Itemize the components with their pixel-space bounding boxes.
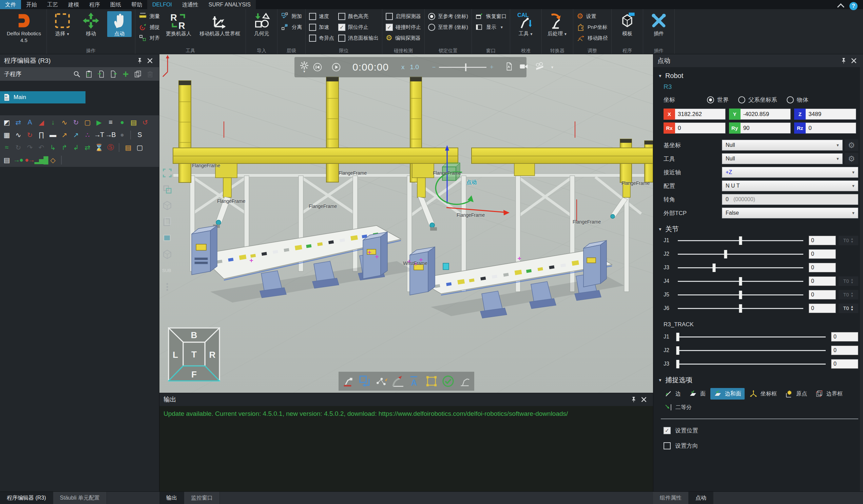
speed-plus-icon[interactable]: + [490,64,493,71]
branch-down-icon[interactable]: ↳ [47,142,58,153]
menu-item-4[interactable]: 程序 [84,0,105,9]
joint-slider-J5[interactable] [678,294,803,295]
wait-icon[interactable]: ⌛ [93,142,104,153]
detach-button[interactable]: 分离 [281,22,302,32]
move-button[interactable]: 移动 [79,11,103,37]
snap-option-3[interactable]: 坐标框 [746,388,780,400]
subprogram-item-main[interactable]: M Main [0,91,86,103]
speed-track[interactable] [439,67,486,68]
multi-point-icon[interactable]: ∴ [82,129,93,141]
pose-input-Rx[interactable]: 0 [675,123,726,134]
right-tab-0[interactable]: 组件属性 [653,492,689,504]
accel-checkbox[interactable]: 加速 [309,22,334,32]
set-checkbox-1[interactable]: 设置方向 [664,442,863,450]
search-subprogram-icon[interactable] [72,69,82,79]
curve-tool-icon[interactable] [391,375,405,388]
coord-mode-2[interactable]: 物体 [787,96,809,104]
path-points-icon[interactable]: ∿ [58,117,70,128]
paste-program-icon[interactable]: ▤ [122,142,134,153]
step-back-icon[interactable]: ↶ [35,142,47,153]
pose-input-Rz[interactable]: 0 [806,123,856,134]
menu-item-8[interactable]: 连通性 [177,0,203,9]
pose-input-X[interactable]: 3182.262 [675,109,726,120]
server-icon[interactable]: ≡ [104,117,116,128]
slider-handle[interactable] [676,333,679,341]
menu-item-0[interactable]: 文件 [0,0,21,9]
joint-slider-J4[interactable] [678,281,803,282]
move-robot-world-frame-button[interactable]: 移动机器人世界框 [198,11,242,37]
slider-handle[interactable] [739,236,742,245]
collapse-ribbon-icon[interactable] [837,3,845,11]
statistics-icon[interactable]: ▂▅█ [35,154,47,166]
cycle-icon[interactable]: ↺ [139,117,151,128]
set-checkbox-0[interactable]: ✓设置位置 [664,427,863,434]
measure-button[interactable]: 测量 [139,11,160,21]
slider-handle[interactable] [739,304,742,313]
joints-section-header[interactable]: ▼ 关节 [658,225,863,234]
pose-input-Z[interactable]: 3489 [806,109,856,120]
select-配置[interactable]: N U T▼ [722,180,858,191]
singularity-checkbox[interactable]: 奇异点 [309,33,334,43]
record-video-icon[interactable] [520,62,531,72]
bounds-icon[interactable]: ▢ [82,117,93,128]
left-tab-1[interactable]: Stäubli 单元配置 [53,492,107,504]
labels-icon[interactable]: A [408,375,422,388]
jog-button[interactable]: 点动 [107,11,132,37]
pin-icon[interactable] [629,394,639,405]
joint-slider-J6[interactable] [678,308,803,309]
track-joint-slider-J3[interactable] [678,364,826,365]
joint-value-J4[interactable]: 0 [809,276,836,286]
joint-turn-button-J1[interactable]: T0▲▼ [839,236,858,245]
joint-value-J6[interactable]: 0 [809,304,836,313]
delfoi-logo-button[interactable]: Delfoi Robotics4.5 [5,11,43,44]
refresh-icon[interactable]: ↻ [12,142,24,153]
assembly-icon[interactable] [162,249,172,260]
pages-icon[interactable] [162,217,172,227]
export-subprogram-icon[interactable] [108,69,118,79]
step-over-icon[interactable]: ↷ [24,142,35,153]
edit-detector-button[interactable]: ⚙编辑探测器 [386,33,421,43]
snap-option-5[interactable]: 边界框 [812,388,846,400]
slider-handle[interactable] [739,291,742,299]
snap-option-6[interactable]: 二等分 [661,402,695,413]
joint-value-J1[interactable]: 0 [809,236,836,245]
selection-box-icon[interactable] [162,233,172,243]
insert-point-icon[interactable]: ↓ [47,117,58,128]
center-tab-0[interactable]: 输出 [160,492,184,504]
joint-turn-button-J6[interactable]: T0▲▼ [839,304,858,313]
gear-icon[interactable]: ⚙ [845,139,858,151]
template-button[interactable]: 模板 [615,11,639,37]
joint-turn-button-J4[interactable]: T0▲▼ [839,276,858,286]
help-icon[interactable]: ? [849,2,858,10]
close-icon[interactable] [145,55,155,66]
limit-stop-checkbox[interactable]: ✓限位停止 [338,22,378,32]
more-dots-icon[interactable] [162,282,172,292]
restore-window-button[interactable]: 恢复窗口 [475,11,506,21]
to-world-radio[interactable]: 至世界 (坐标) [428,22,468,32]
annotate-icon[interactable]: A [24,117,35,128]
ellipse-icon[interactable]: ● [116,117,127,128]
play-route-icon[interactable]: ▶ [93,117,104,128]
menu-item-7[interactable]: DELFOI [147,0,177,9]
skip-to-start-button[interactable] [313,60,327,74]
menu-item-3[interactable]: 建模 [63,0,84,9]
branch-up-icon[interactable]: ↱ [58,142,70,153]
speed-slider[interactable]: − + [432,64,493,71]
macro-icon[interactable]: ◇ [47,154,58,166]
loop-back-icon[interactable]: ↲ [70,142,82,153]
menu-item-2[interactable]: 工艺 [42,0,63,9]
menu-item-9[interactable]: SURF ANALYSIS [203,0,256,9]
add-subprogram-icon[interactable] [121,69,130,79]
station-icon[interactable] [458,375,472,388]
track-joint-value-J3[interactable]: 0 [831,359,858,369]
joint-turn-button-J5[interactable]: T0▲▼ [839,290,858,300]
display-button[interactable]: 显示▼ [475,22,506,32]
pin-icon[interactable] [839,55,849,66]
playback-settings-button[interactable]: ▼ [300,61,309,73]
plugins-button[interactable]: 插件 [647,11,671,37]
center-tab-1[interactable]: 监控窗口 [184,492,220,504]
slider-handle[interactable] [676,346,679,355]
component-icon[interactable] [162,200,172,211]
verify-subprogram-icon[interactable] [84,69,94,79]
windows-icon[interactable] [162,184,172,194]
